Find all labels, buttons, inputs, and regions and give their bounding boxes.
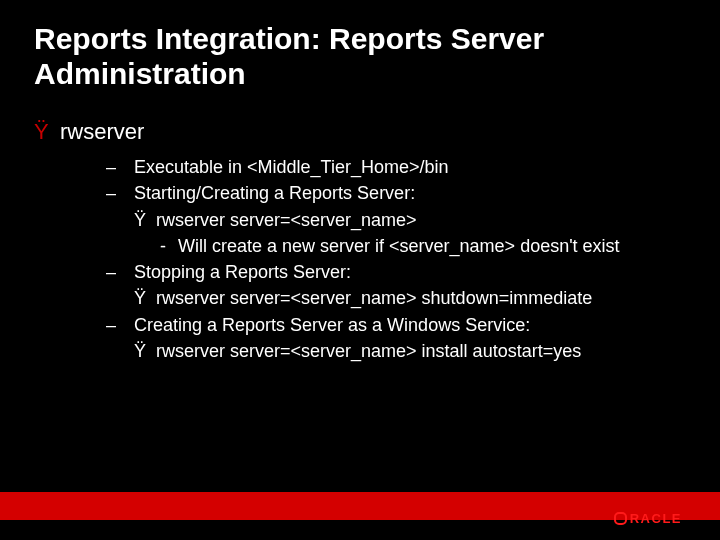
- dash-icon: –: [106, 155, 134, 179]
- list-item: –Executable in <Middle_Tier_Home>/bin: [106, 155, 686, 179]
- item-text: Stopping a Reports Server:: [134, 262, 351, 282]
- sub-list: –Executable in <Middle_Tier_Home>/bin –S…: [34, 155, 686, 363]
- note-text: Will create a new server if <server_name…: [178, 236, 620, 256]
- bullet-icon: Ÿ: [134, 286, 156, 310]
- footer: RACLE: [0, 492, 720, 540]
- item-text: Executable in <Middle_Tier_Home>/bin: [134, 157, 449, 177]
- command-text: rwserver server=<server_name> shutdown=i…: [156, 288, 592, 308]
- command-line: Ÿrwserver server=<server_name> shutdown=…: [106, 286, 686, 310]
- oracle-o-icon: [614, 512, 627, 525]
- heading-text: rwserver: [60, 119, 144, 144]
- oracle-logo: RACLE: [614, 511, 682, 526]
- bullet-icon: Ÿ: [34, 119, 60, 145]
- command-text: rwserver server=<server_name>: [156, 210, 417, 230]
- footer-black-bar: RACLE: [0, 520, 720, 540]
- heading-item: Ÿrwserver: [34, 119, 686, 145]
- dash-icon: –: [106, 313, 134, 337]
- dash-icon: –: [106, 181, 134, 205]
- command-line: Ÿrwserver server=<server_name>: [106, 208, 686, 232]
- oracle-logo-text: RACLE: [630, 511, 682, 526]
- slide: Reports Integration: Reports Server Admi…: [0, 0, 720, 540]
- item-text: Starting/Creating a Reports Server:: [134, 183, 415, 203]
- dash-icon: –: [106, 260, 134, 284]
- footer-red-bar: [0, 492, 720, 520]
- bullet-icon: Ÿ: [134, 339, 156, 363]
- item-text: Creating a Reports Server as a Windows S…: [134, 315, 530, 335]
- bullet-icon: Ÿ: [134, 208, 156, 232]
- list-item: –Creating a Reports Server as a Windows …: [106, 313, 686, 337]
- list-item: –Stopping a Reports Server:: [106, 260, 686, 284]
- note-line: -Will create a new server if <server_nam…: [106, 234, 686, 258]
- slide-title: Reports Integration: Reports Server Admi…: [34, 22, 686, 91]
- command-text: rwserver server=<server_name> install au…: [156, 341, 581, 361]
- hyphen-icon: -: [160, 234, 178, 258]
- list-item: –Starting/Creating a Reports Server:: [106, 181, 686, 205]
- command-line: Ÿrwserver server=<server_name> install a…: [106, 339, 686, 363]
